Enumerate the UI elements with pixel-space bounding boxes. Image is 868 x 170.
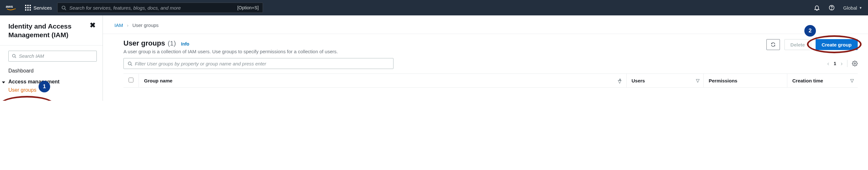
svg-point-13: [831, 9, 832, 9]
pagination: ‹ 1 ›: [827, 60, 858, 67]
region-label: Global: [843, 5, 857, 11]
chevron-right-icon: ›: [127, 23, 129, 28]
sort-icon: ▽: [696, 80, 700, 82]
groups-table: Group name▲▽ Users▽ Permissions Creation…: [123, 74, 858, 88]
svg-rect-1: [25, 5, 26, 6]
svg-line-17: [131, 65, 132, 66]
svg-rect-8: [27, 9, 29, 11]
gear-icon: [852, 60, 858, 67]
select-all-checkbox[interactable]: [129, 78, 133, 82]
svg-point-16: [128, 62, 131, 65]
annotation-badge-2: 2: [804, 25, 816, 37]
sort-icon: ▲▽: [618, 78, 622, 83]
col-creation-time[interactable]: Creation time▽: [787, 74, 858, 88]
breadcrumb-root[interactable]: IAM: [115, 23, 123, 28]
region-selector[interactable]: Global ▼: [843, 5, 862, 11]
search-icon: [61, 5, 66, 10]
help-icon[interactable]: [829, 4, 835, 11]
sort-icon: ▽: [850, 80, 854, 82]
grid-icon: [25, 5, 31, 11]
svg-rect-2: [27, 5, 29, 6]
col-users[interactable]: Users▽: [626, 74, 704, 88]
search-shortcut: [Option+S]: [237, 5, 259, 10]
page-description: A user group is a collection of IAM user…: [123, 49, 338, 54]
filter-input-wrap[interactable]: [123, 58, 394, 69]
svg-line-15: [15, 57, 16, 58]
svg-text:aws: aws: [6, 4, 13, 8]
search-icon: [128, 61, 132, 66]
sidebar-item-user-groups[interactable]: User groups: [8, 86, 97, 94]
breadcrumb-current: User groups: [132, 23, 159, 28]
aws-logo[interactable]: aws: [6, 4, 20, 11]
annotation-badge-1: 1: [38, 81, 50, 92]
sidebar-search[interactable]: [8, 51, 97, 61]
svg-rect-9: [30, 9, 31, 11]
svg-rect-5: [27, 7, 29, 8]
global-search-input[interactable]: [69, 5, 234, 11]
content-area: IAM › User groups User groups (1) Info A…: [103, 15, 868, 101]
chevron-down-icon: ▼: [859, 6, 862, 10]
delete-button[interactable]: Delete: [784, 39, 811, 50]
refresh-icon: [771, 42, 776, 47]
group-count: (1): [168, 39, 176, 47]
svg-rect-4: [25, 7, 26, 8]
svg-point-14: [12, 54, 16, 57]
table-settings-button[interactable]: [852, 60, 858, 67]
top-nav: aws Services [Option+S] Global ▼: [0, 0, 868, 15]
sidebar: Identity and Access Management (IAM) ✖ D…: [0, 15, 103, 101]
col-permissions[interactable]: Permissions: [704, 74, 787, 88]
select-all-header[interactable]: [123, 74, 139, 88]
svg-line-11: [65, 9, 66, 10]
col-group-name[interactable]: Group name▲▽: [139, 74, 626, 88]
page-title: User groups: [123, 39, 165, 47]
svg-rect-7: [25, 9, 26, 11]
notifications-icon[interactable]: [814, 4, 820, 11]
svg-point-10: [62, 6, 65, 9]
filter-input[interactable]: [135, 61, 389, 67]
breadcrumb: IAM › User groups: [115, 23, 858, 28]
info-link[interactable]: Info: [181, 41, 189, 46]
create-group-button[interactable]: Create group: [815, 39, 858, 50]
page-next-icon[interactable]: ›: [841, 60, 843, 67]
search-icon: [12, 53, 17, 58]
annotation-ring-1: [0, 96, 55, 101]
services-menu[interactable]: Services: [25, 5, 52, 11]
sidebar-section-access-management[interactable]: Access management: [8, 76, 97, 86]
page-number: 1: [834, 61, 836, 66]
close-icon[interactable]: ✖: [90, 22, 95, 29]
sidebar-item-dashboard[interactable]: Dashboard: [8, 66, 97, 76]
svg-rect-6: [30, 7, 31, 8]
page-prev-icon[interactable]: ‹: [827, 60, 829, 67]
services-label: Services: [33, 5, 52, 11]
refresh-button[interactable]: [767, 39, 780, 50]
svg-point-18: [854, 63, 856, 65]
sidebar-title: Identity and Access Management (IAM): [8, 22, 82, 39]
sidebar-search-input[interactable]: [19, 53, 93, 59]
svg-rect-3: [30, 5, 31, 6]
global-search[interactable]: [Option+S]: [57, 3, 263, 13]
